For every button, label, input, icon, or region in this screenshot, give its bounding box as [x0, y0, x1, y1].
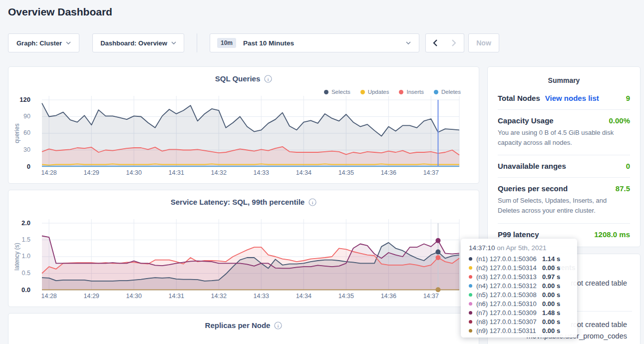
summary-panel: Summary Total Nodes View nodes list 9 Ca… [487, 66, 641, 247]
tooltip-node-row: (n2) 127.0.0.1:503140.00 s [469, 263, 577, 272]
chart-title-sql-queries: SQL Queries i [8, 74, 479, 83]
tooltip-node-row: (n1) 127.0.0.1:503061.14 s [469, 254, 577, 263]
node-address: (n4) 127.0.0.1:50312 [476, 282, 542, 290]
crosshair-dot [435, 238, 440, 243]
capacity-value: 0.00% [609, 116, 630, 125]
total-nodes-label: Total Nodes [498, 94, 540, 102]
legend-label: Inserts [406, 89, 424, 95]
sql-queries-chart-card: SQL Queries i SelectsUpdatesInsertsDelet… [8, 66, 479, 184]
crosshair-dot [435, 287, 440, 292]
unavailable-ranges-label: Unavailable ranges [498, 162, 566, 170]
service-latency-chart-card: Service Latency: SQL, 99th percentile i … [8, 190, 479, 307]
svg-text:i: i [312, 200, 314, 205]
node-latency-value: 1.14 s [542, 255, 560, 263]
node-color-dot [469, 257, 472, 261]
now-button[interactable]: Now [468, 33, 499, 52]
time-next-button[interactable] [444, 33, 464, 52]
legend-item-deletes: Deletes [434, 89, 461, 95]
node-latency-value: 0.00 s [542, 300, 560, 308]
chevron-left-icon [433, 39, 437, 46]
time-range-dropdown[interactable]: 10m Past 10 Minutes [210, 33, 419, 52]
node-address: (n6) 127.0.0.1:50310 [476, 300, 542, 308]
time-range-label: Past 10 Minutes [243, 39, 294, 47]
legend-item-updates: Updates [360, 89, 389, 95]
node-latency-value: 0.00 s [542, 282, 560, 290]
unavailable-ranges-value: 0 [626, 162, 630, 170]
node-address: (n3) 127.0.0.1:50313 [476, 273, 542, 281]
summary-title: Summary [498, 67, 630, 84]
tooltip-node-row: (n9) 127.0.0.1:503110.00 s [469, 326, 577, 335]
replicas-per-node-chart-card: Replicas per Node i [8, 313, 479, 344]
tooltip-node-row: (n8) 127.0.0.1:503070.00 s [469, 317, 577, 326]
info-icon[interactable]: i [309, 198, 317, 206]
node-latency-value: 0.97 s [542, 273, 560, 281]
controls-divider [197, 33, 197, 52]
p99-latency-value: 1208.0 ms [594, 230, 630, 239]
node-color-dot [469, 302, 472, 306]
qps-value: 87.5 [616, 184, 630, 193]
chart-legend: SelectsUpdatesInsertsDeletes [324, 89, 461, 95]
node-color-dot [469, 320, 472, 324]
legend-label: Selects [331, 89, 350, 95]
tooltip-node-row: (n3) 127.0.0.1:503130.97 s [469, 272, 577, 281]
chevron-down-icon [171, 41, 176, 44]
node-latency-value: 1.48 s [542, 309, 560, 317]
tooltip-node-row: (n7) 127.0.0.1:503091.48 s [469, 308, 577, 317]
service-latency-plot[interactable] [8, 190, 479, 307]
chart-title-text: SQL Queries [215, 74, 261, 83]
legend-item-selects: Selects [324, 89, 350, 95]
chevron-down-icon [66, 41, 71, 44]
node-color-dot [469, 284, 472, 288]
chevron-right-icon [452, 39, 456, 46]
svg-text:i: i [278, 323, 279, 328]
total-nodes-value: 9 [626, 94, 630, 102]
legend-dot [324, 90, 328, 94]
svg-text:i: i [268, 76, 269, 81]
tooltip-node-row: (n6) 127.0.0.1:503100.00 s [469, 299, 577, 308]
graph-dropdown-label: Graph: Cluster [16, 39, 62, 47]
crosshair-dot [435, 255, 440, 260]
node-latency-value: 0.00 s [542, 327, 560, 335]
legend-item-inserts: Inserts [399, 89, 424, 95]
summary-row-unavailable: Unavailable ranges 0 [498, 155, 630, 178]
qps-desc: Sum of Selects, Updates, Inserts, and De… [498, 196, 630, 216]
legend-dot [399, 90, 403, 94]
node-address: (n2) 127.0.0.1:50314 [476, 264, 542, 272]
node-address: (n9) 127.0.0.1:50311 [476, 327, 542, 335]
summary-row-total-nodes: Total Nodes View nodes list 9 [498, 87, 630, 110]
chart-hover-tooltip: 14:37:10 on Apr 5th, 2021 (n1) 127.0.0.1… [461, 239, 577, 338]
p99-latency-label: P99 latency [498, 230, 539, 239]
series-line-updates [42, 164, 459, 165]
node-color-dot [469, 293, 472, 297]
chart-title-service-latency: Service Latency: SQL, 99th percentile i [8, 198, 479, 206]
node-address: (n1) 127.0.0.1:50306 [476, 255, 542, 263]
summary-row-capacity: Capacity Usage 0.00% You are using 0 B o… [498, 110, 630, 155]
time-prev-button[interactable] [425, 33, 445, 52]
chart-title-text: Replicas per Node [205, 321, 271, 330]
chart-title-replicas-per-node: Replicas per Node i [8, 321, 479, 330]
node-address: (n5) 127.0.0.1:50308 [476, 291, 542, 299]
legend-dot [360, 90, 365, 94]
node-latency-value: 0.00 s [542, 264, 560, 272]
dashboard-dropdown-label: Dashboard: Overview [100, 39, 167, 47]
dashboard-dropdown[interactable]: Dashboard: Overview [92, 33, 184, 52]
time-range-badge: 10m [217, 38, 236, 48]
node-color-dot [469, 275, 472, 279]
node-latency-value: 0.00 s [542, 291, 560, 299]
tooltip-date: on Apr 5th, 2021 [497, 244, 546, 252]
node-color-dot [469, 266, 472, 270]
node-color-dot [469, 329, 472, 333]
info-icon[interactable]: i [274, 322, 282, 330]
node-address: (n8) 127.0.0.1:50307 [476, 318, 542, 326]
node-address: (n7) 127.0.0.1:50309 [476, 309, 542, 317]
info-icon[interactable]: i [264, 75, 272, 83]
sql-queries-plot[interactable] [8, 67, 479, 183]
page-title: Overview Dashboard [8, 6, 112, 18]
chevron-down-icon [406, 41, 411, 44]
crosshair-dot [435, 250, 440, 255]
summary-row-qps: Queries per second 87.5 Sum of Selects, … [498, 178, 630, 223]
view-nodes-list-link[interactable]: View nodes list [545, 94, 599, 102]
capacity-label: Capacity Usage [498, 116, 554, 125]
graph-dropdown[interactable]: Graph: Cluster [8, 33, 79, 52]
qps-label: Queries per second [498, 184, 568, 193]
